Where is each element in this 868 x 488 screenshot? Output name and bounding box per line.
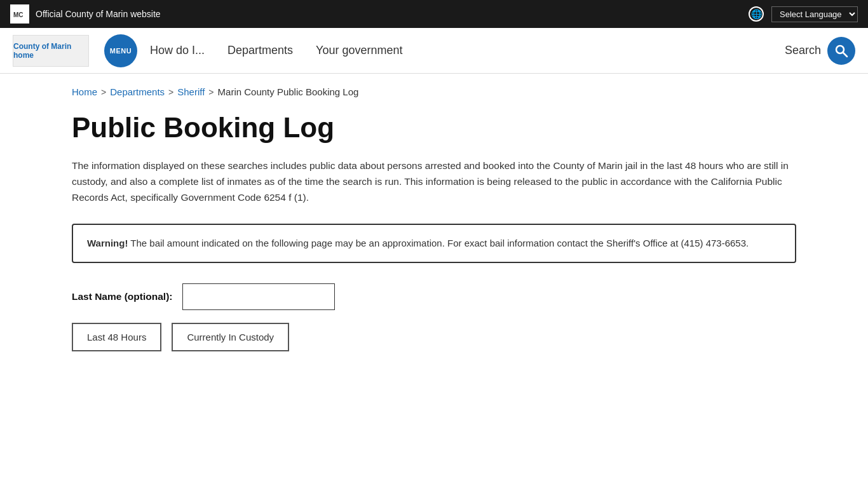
top-bar-left: MC Official County of Marin website (10, 4, 161, 24)
nav-search: Search (785, 37, 855, 65)
search-button[interactable] (827, 37, 855, 65)
svg-line-3 (843, 52, 848, 57)
last-48-hours-button[interactable]: Last 48 Hours (72, 323, 161, 351)
content-area: Home > Departments > Sheriff > Marin Cou… (53, 74, 815, 377)
home-link[interactable]: County of Marin home (13, 35, 89, 67)
main-nav: County of Marin home MENU How do I... De… (0, 28, 868, 74)
page-description: The information displayed on these searc… (72, 158, 796, 205)
globe-icon[interactable]: 🌐 (749, 6, 764, 22)
warning-box: Warning! The bail amount indicated on th… (72, 224, 796, 264)
county-logo-small: MC (10, 4, 29, 24)
breadcrumb-sep-3: > (208, 87, 214, 97)
nav-how-do-i[interactable]: How do I... (150, 44, 205, 57)
warning-bold-label: Warning! (87, 238, 128, 248)
last-name-input[interactable] (182, 283, 335, 310)
currently-in-custody-button[interactable]: Currently In Custody (172, 323, 289, 351)
breadcrumb-departments[interactable]: Departments (110, 86, 165, 97)
search-label: Search (785, 44, 821, 57)
search-icon (834, 44, 848, 58)
site-title: Official County of Marin website (36, 9, 161, 19)
button-row: Last 48 Hours Currently In Custody (72, 323, 796, 351)
language-select[interactable]: Select Language (771, 6, 858, 22)
nav-links: How do I... Departments Your government (150, 44, 785, 57)
breadcrumb-sep-2: > (168, 87, 173, 97)
top-bar-right: 🌐 Select Language (749, 6, 858, 22)
nav-departments[interactable]: Departments (227, 44, 293, 57)
warning-text: The bail amount indicated on the followi… (128, 238, 749, 248)
breadcrumb-home[interactable]: Home (72, 86, 97, 97)
breadcrumb-current: Marin County Public Booking Log (218, 86, 359, 97)
menu-button[interactable]: MENU (104, 34, 137, 67)
nav-your-government[interactable]: Your government (316, 44, 402, 57)
nav-logo[interactable]: County of Marin home (13, 35, 89, 67)
breadcrumb: Home > Departments > Sheriff > Marin Cou… (72, 86, 796, 97)
breadcrumb-sheriff[interactable]: Sheriff (177, 86, 205, 97)
breadcrumb-sep-1: > (101, 87, 106, 97)
top-bar: MC Official County of Marin website 🌐 Se… (0, 0, 868, 28)
svg-text:MC: MC (13, 11, 24, 18)
logo-image: County of Marin home (13, 35, 89, 67)
form-row: Last Name (optional): (72, 283, 796, 310)
page-title: Public Booking Log (72, 112, 796, 143)
last-name-label: Last Name (optional): (72, 291, 172, 302)
